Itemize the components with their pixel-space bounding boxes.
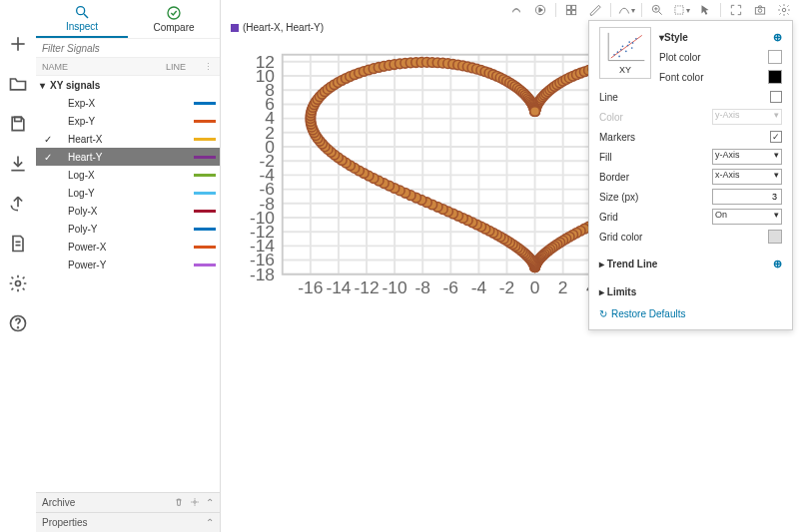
zoom-in-time-icon[interactable] (648, 1, 666, 19)
signal-row[interactable]: Power-X (36, 238, 220, 256)
style-section-label: Style (664, 32, 688, 43)
snapshot-icon[interactable] (751, 1, 769, 19)
signals-panel: Inspect Compare NAME LINE ⋮ ▾ XY signals… (36, 0, 221, 532)
svg-text:0: 0 (530, 277, 540, 297)
fingerprint-icon[interactable] (507, 1, 525, 19)
import-icon[interactable] (6, 152, 30, 176)
grid-select[interactable]: On ▾ (712, 209, 782, 225)
signal-name: Log-X (56, 170, 194, 181)
signal-row[interactable]: Heart-X (36, 130, 220, 148)
signal-row[interactable]: Poly-Y (36, 220, 220, 238)
svg-text:2: 2 (558, 277, 568, 297)
tab-inspect[interactable]: Inspect (36, 0, 128, 38)
signal-row[interactable]: Log-X (36, 166, 220, 184)
properties-expand-icon[interactable]: ⌃ (206, 517, 214, 528)
visualization-settings-icon[interactable] (775, 1, 793, 19)
advanced-link-icon[interactable]: ⊕ (773, 31, 782, 44)
grid-color-label: Grid color (599, 232, 768, 243)
grid-color-swatch[interactable] (768, 230, 782, 244)
properties-bar[interactable]: Properties ⌃ (36, 512, 220, 532)
svg-point-397 (613, 54, 615, 56)
tab-compare-label: Compare (153, 22, 194, 33)
left-toolbar (0, 0, 36, 532)
font-color-swatch[interactable] (768, 70, 782, 84)
signal-line-swatch (194, 174, 216, 177)
size-label: Size (px) (599, 192, 712, 203)
plot-color-swatch[interactable] (768, 50, 782, 64)
separator (555, 3, 556, 17)
document-icon[interactable] (6, 232, 30, 256)
style-section-header[interactable]: ▾Style ⊕ (659, 27, 782, 47)
signal-row[interactable]: Poly-X (36, 202, 220, 220)
signal-row[interactable]: Exp-Y (36, 112, 220, 130)
restore-defaults-link[interactable]: ↻Restore Defaults (599, 308, 782, 319)
fill-select[interactable]: y-Axis ▾ (712, 149, 782, 165)
signal-checkbox[interactable] (40, 134, 56, 145)
signal-row[interactable]: Heart-Y (36, 148, 220, 166)
archive-trash-icon[interactable] (174, 497, 184, 509)
size-input[interactable] (712, 189, 782, 205)
tab-compare[interactable]: Compare (128, 0, 220, 38)
svg-point-398 (617, 51, 619, 53)
svg-point-400 (622, 45, 624, 47)
svg-point-10 (168, 7, 180, 19)
svg-point-25 (782, 8, 786, 12)
font-color-label: Font color (659, 72, 768, 83)
signal-row[interactable]: Exp-X (36, 94, 220, 112)
markers-label: Markers (599, 132, 770, 143)
filter-signals-input[interactable] (36, 38, 220, 58)
signal-line-swatch (194, 264, 216, 266)
svg-text:-2: -2 (499, 277, 514, 297)
svg-text:12: 12 (256, 52, 275, 72)
svg-point-24 (758, 9, 762, 12)
export-icon[interactable] (6, 192, 30, 216)
help-icon[interactable] (6, 311, 30, 335)
folder-icon[interactable] (6, 72, 30, 96)
signals-header-name: NAME (42, 62, 166, 72)
signal-name: Poly-Y (56, 224, 194, 235)
caret-right-icon: ▸ (599, 286, 607, 297)
signal-group[interactable]: ▾ XY signals (36, 76, 220, 94)
line-checkbox[interactable] (770, 91, 782, 103)
svg-line-396 (611, 35, 642, 58)
grid-layout-icon[interactable] (562, 1, 580, 19)
save-icon[interactable] (6, 112, 30, 136)
trend-label: Trend Line (607, 259, 658, 269)
limits-section-header[interactable]: ▸ Limits (599, 280, 782, 302)
chart-area: ▾ ▾ (Heart-X, Heart-Y) -16-14-12-10-8-6-… (221, 0, 799, 532)
markers-checkbox[interactable]: ✓ (770, 131, 782, 143)
archive-bar[interactable]: Archive ⌃ (36, 492, 220, 512)
add-icon[interactable] (6, 32, 30, 56)
archive-gear-icon[interactable] (190, 497, 200, 509)
signal-name: Power-Y (56, 260, 194, 270)
plot-type-thumbnail[interactable]: XY (599, 27, 651, 79)
pointer-icon[interactable] (696, 1, 714, 19)
signals-header-menu-icon[interactable]: ⋮ (202, 62, 214, 72)
svg-line-19 (659, 12, 662, 15)
cursor-measure-icon[interactable]: ▾ (617, 1, 635, 19)
signal-name: Log-Y (56, 188, 194, 199)
signal-row[interactable]: Power-Y (36, 256, 220, 273)
gear-icon[interactable] (6, 271, 30, 295)
svg-point-401 (627, 45, 629, 47)
signal-line-swatch (194, 192, 216, 195)
clear-plot-icon[interactable] (586, 1, 604, 19)
svg-rect-15 (572, 5, 576, 9)
signal-name: Heart-Y (56, 152, 194, 163)
replay-icon[interactable] (531, 1, 549, 19)
svg-marker-13 (539, 8, 543, 13)
signal-row[interactable]: Log-Y (36, 184, 220, 202)
signal-name: Exp-Y (56, 116, 194, 127)
border-select[interactable]: x-Axis ▾ (712, 169, 782, 185)
advanced-link-icon[interactable]: ⊕ (773, 258, 782, 270)
signal-line-swatch (194, 156, 216, 159)
expand-icon[interactable] (727, 1, 745, 19)
fit-to-view-icon[interactable]: ▾ (672, 1, 690, 19)
separator (610, 3, 611, 17)
svg-text:-10: -10 (383, 277, 407, 297)
archive-expand-icon[interactable]: ⌃ (206, 497, 214, 508)
trend-section-header[interactable]: ▸ Trend Line⊕ (599, 253, 782, 274)
signal-checkbox[interactable] (40, 152, 56, 163)
signal-line-swatch (194, 228, 216, 231)
svg-point-402 (628, 41, 630, 43)
